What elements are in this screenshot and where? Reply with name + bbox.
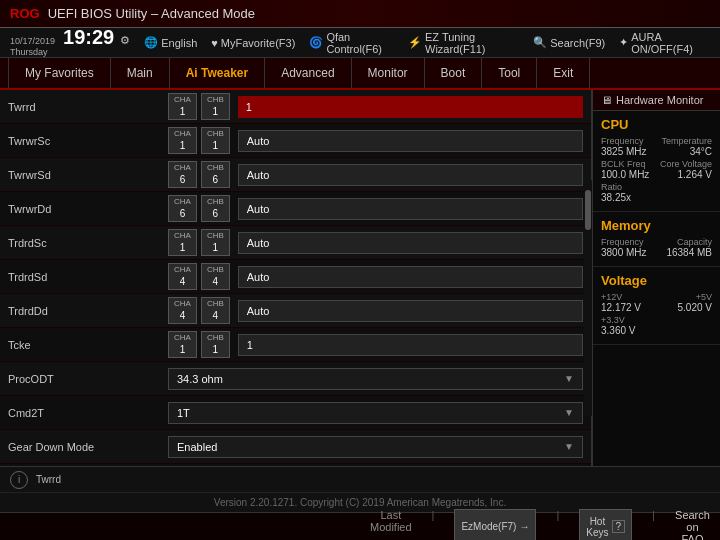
- table-row[interactable]: TrdrdSd CHA 4 CHB 4 Auto: [0, 260, 591, 294]
- my-favorite-button[interactable]: ♥ MyFavorite(F3): [211, 37, 295, 49]
- nav-tool[interactable]: Tool: [482, 57, 537, 89]
- nav-boot[interactable]: Boot: [425, 57, 483, 89]
- table-row[interactable]: Tcke CHA 1 CHB 1 1: [0, 328, 591, 362]
- setting-name: TrdrdSd: [8, 271, 168, 283]
- monitor-icon: 🖥: [601, 94, 612, 106]
- scroll-thumb[interactable]: [585, 190, 591, 230]
- voltage-title: Voltage: [601, 273, 712, 288]
- setting-name: Twrrd: [8, 101, 168, 113]
- heart-icon: ♥: [211, 37, 218, 49]
- cpu-section: CPU Frequency 3825 MHz Temperature 34°C …: [593, 111, 720, 212]
- cpu-title: CPU: [601, 117, 712, 132]
- setting-value[interactable]: Auto: [238, 232, 583, 254]
- scrollbar[interactable]: [584, 180, 592, 416]
- voltage-12-row: +12V 12.172 V +5V 5.020 V: [601, 292, 712, 313]
- tooltip-text: Twrrd: [36, 474, 61, 485]
- last-modified-label: Last Modified: [370, 509, 412, 541]
- setting-value-dropdown[interactable]: 1T ▼: [168, 402, 583, 424]
- setting-value-dropdown[interactable]: 34.3 ohm ▼: [168, 368, 583, 390]
- setting-value[interactable]: Auto: [238, 198, 583, 220]
- info-bar: 10/17/2019 Thursday 19:29 ⚙ 🌐 English ♥ …: [0, 28, 720, 58]
- qfan-control-button[interactable]: 🌀 Qfan Control(F6): [309, 31, 394, 55]
- chb-box: CHB 1: [201, 229, 230, 256]
- nav-exit[interactable]: Exit: [537, 57, 590, 89]
- cha-chb-group: CHA 4 CHB 4: [168, 297, 230, 324]
- chb-box: CHB 6: [201, 161, 230, 188]
- cha-box: CHA 1: [168, 229, 197, 256]
- search-icon: 🔍: [533, 36, 547, 49]
- cha-chb-group: CHA 1 CHB 1: [168, 127, 230, 154]
- nav-main[interactable]: Main: [111, 57, 170, 89]
- language-selector[interactable]: 🌐 English: [144, 36, 197, 49]
- setting-value[interactable]: Auto: [238, 130, 583, 152]
- table-row[interactable]: TwrwrDd CHA 6 CHB 6 Auto: [0, 192, 591, 226]
- lightning-icon: ⚡: [408, 36, 422, 49]
- cpu-freq-row: Frequency 3825 MHz Temperature 34°C: [601, 136, 712, 157]
- main-content: Twrrd CHA 1 CHB 1 1TwrwrSc CHA 1 CHB 1: [0, 90, 720, 492]
- setting-name: TwrwrSd: [8, 169, 168, 181]
- gear-icon[interactable]: ⚙: [120, 34, 130, 47]
- nav-ai-tweaker[interactable]: Ai Tweaker: [170, 57, 265, 89]
- setting-name: TwrwrSc: [8, 135, 168, 147]
- fan-icon: 🌀: [309, 36, 323, 49]
- setting-value[interactable]: 1: [238, 96, 583, 118]
- table-row[interactable]: TrdrdSc CHA 1 CHB 1 Auto: [0, 226, 591, 260]
- hot-keys-badge: ?: [612, 520, 626, 533]
- chb-box: CHB 1: [201, 331, 230, 358]
- table-row[interactable]: TwrwrSc CHA 1 CHB 1 Auto: [0, 124, 591, 158]
- search-button[interactable]: 🔍 Search(F9): [533, 36, 605, 49]
- datetime: 10/17/2019 Thursday: [10, 36, 55, 58]
- chb-box: CHB 6: [201, 195, 230, 222]
- ez-tuning-button[interactable]: ⚡ EZ Tuning Wizard(F11): [408, 31, 519, 55]
- setting-value[interactable]: Auto: [238, 266, 583, 288]
- nav-my-favorites[interactable]: My Favorites: [8, 57, 111, 89]
- setting-name: Tcke: [8, 339, 168, 351]
- setting-value[interactable]: 1: [238, 334, 583, 356]
- table-row[interactable]: Twrrd CHA 1 CHB 1 1: [0, 90, 591, 124]
- chevron-down-icon: ▼: [564, 441, 574, 452]
- chevron-down-icon: ▼: [564, 407, 574, 418]
- voltage-33-row: +3.3V 3.360 V: [601, 315, 712, 336]
- table-row[interactable]: ProcODT 34.3 ohm ▼: [0, 362, 591, 396]
- setting-value[interactable]: Auto: [238, 300, 583, 322]
- info-icon[interactable]: i: [10, 471, 28, 489]
- settings-panel: Twrrd CHA 1 CHB 1 1TwrwrSc CHA 1 CHB 1: [0, 90, 592, 492]
- memory-title: Memory: [601, 218, 712, 233]
- nav-monitor[interactable]: Monitor: [352, 57, 425, 89]
- search-faq-button[interactable]: Search on FAQ: [675, 509, 710, 541]
- hot-keys-button[interactable]: Hot Keys ?: [579, 509, 632, 541]
- nav-menu: My Favorites Main Ai Tweaker Advanced Mo…: [0, 58, 720, 90]
- bottom-bar: Last Modified | EzMode(F7) → | Hot Keys …: [0, 512, 720, 540]
- cha-box: CHA 1: [168, 127, 197, 154]
- window-title: UEFI BIOS Utility – Advanced Mode: [48, 6, 255, 21]
- voltage-section: Voltage +12V 12.172 V +5V 5.020 V +3.3V …: [593, 267, 720, 345]
- cha-chb-group: CHA 1 CHB 1: [168, 331, 230, 358]
- cha-box: CHA 6: [168, 195, 197, 222]
- table-row[interactable]: TrdrdDd CHA 4 CHB 4 Auto: [0, 294, 591, 328]
- setting-name: TwrwrDd: [8, 203, 168, 215]
- cpu-ratio-row: Ratio 38.25x: [601, 182, 712, 203]
- memory-section: Memory Frequency 3800 MHz Capacity 16384…: [593, 212, 720, 267]
- time-display: 19:29: [63, 27, 114, 47]
- cha-chb-group: CHA 4 CHB 4: [168, 263, 230, 290]
- cha-box: CHA 1: [168, 331, 197, 358]
- chb-box: CHB 4: [201, 297, 230, 324]
- setting-value-dropdown[interactable]: Enabled ▼: [168, 436, 583, 458]
- table-row[interactable]: Cmd2T 1T ▼: [0, 396, 591, 430]
- ez-mode-icon: →: [519, 521, 529, 532]
- chb-box: CHB 1: [201, 93, 230, 120]
- ez-mode-button[interactable]: EzMode(F7) →: [454, 509, 536, 541]
- rog-logo: ROG: [10, 6, 40, 21]
- cha-chb-group: CHA 6 CHB 6: [168, 161, 230, 188]
- table-row[interactable]: Gear Down Mode Enabled ▼: [0, 430, 591, 464]
- setting-value[interactable]: Auto: [238, 164, 583, 186]
- cha-box: CHA 6: [168, 161, 197, 188]
- cpu-bclk-row: BCLK Freq 100.0 MHz Core Voltage 1.264 V: [601, 159, 712, 180]
- globe-icon: 🌐: [144, 36, 158, 49]
- cha-box: CHA 1: [168, 93, 197, 120]
- table-row[interactable]: TwrwrSd CHA 6 CHB 6 Auto: [0, 158, 591, 192]
- aura-button[interactable]: ✦ AURA ON/OFF(F4): [619, 31, 710, 55]
- nav-advanced[interactable]: Advanced: [265, 57, 351, 89]
- cha-chb-group: CHA 6 CHB 6: [168, 195, 230, 222]
- chevron-down-icon: ▼: [564, 373, 574, 384]
